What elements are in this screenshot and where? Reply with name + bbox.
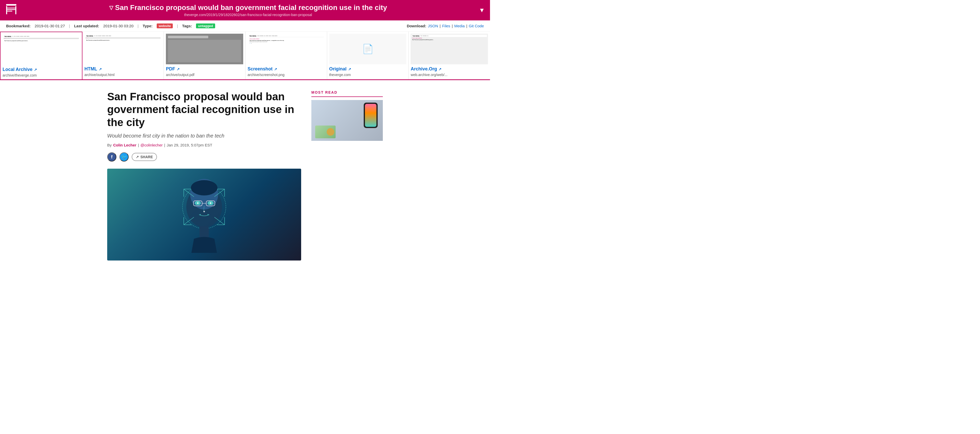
card-thumbnail-screenshot: THE VERGE TECHREVIEWSSCIENTERVIDEOFORUMM… [248, 34, 325, 64]
pdf-link[interactable]: PDF ↗ [166, 66, 243, 72]
article-date: Jan 29, 2019, 5:07pm EST [167, 143, 212, 147]
main-content: San Francisco proposal would ban governm… [92, 80, 398, 271]
download-label: Download: [407, 24, 426, 28]
header-title: ▽ San Francisco proposal would ban gover… [18, 3, 479, 12]
svg-rect-4 [7, 9, 15, 10]
external-link-icon-screenshot: ↗ [274, 67, 277, 71]
author-link[interactable]: Colin Lecher [113, 143, 137, 147]
download-section: Download: JSON | Files | Media | Git Cod… [407, 24, 484, 28]
card-local-archive[interactable]: THE VERGE TΩTECHREVIEWSCIENCEENTERMORE P… [0, 32, 83, 79]
card-original[interactable]: 📄 Original ↗ theverge.com [327, 32, 409, 79]
last-updated-date: 2019-01-30 03:20 [103, 24, 134, 28]
header-bar: ▽ San Francisco proposal would ban gover… [0, 0, 490, 21]
local-archive-path: archive/theverge.com [3, 73, 80, 77]
pdf-label: PDF [166, 66, 175, 72]
triangle-icon: ▽ [109, 5, 113, 11]
file-icon: 📄 [362, 44, 374, 54]
card-pdf[interactable]: PDF ↗ archive/output.pdf [164, 32, 245, 79]
byline-divider-2: | [164, 143, 165, 147]
facebook-share-button[interactable]: f [107, 152, 116, 162]
article-subtitle: Would become first city in the nation to… [107, 133, 301, 139]
external-link-icon-archiveorg: ↗ [438, 67, 442, 71]
original-label: Original [329, 66, 347, 72]
local-archive-label: Local Archive [3, 67, 32, 72]
author-handle-link[interactable]: @colinlecher [140, 143, 162, 147]
header-left [5, 3, 18, 17]
image-overlay [107, 169, 301, 261]
svg-rect-0 [6, 4, 16, 6]
type-label: Type: [143, 24, 153, 28]
pdf-path: archive/output.pdf [166, 73, 243, 77]
archive-org-link[interactable]: Archive.Org ↗ [410, 66, 488, 72]
archive-org-label: Archive.Org [410, 66, 437, 72]
download-json-link[interactable]: JSON [428, 24, 438, 28]
divider-4: | [440, 24, 441, 28]
sidebar: MOST READ [311, 90, 383, 261]
tags-label: Tags: [182, 24, 192, 28]
article-hero-image [107, 169, 301, 261]
tags-badge: untagged [196, 24, 215, 28]
local-archive-link[interactable]: Local Archive ↗ [3, 67, 80, 72]
byline-prefix: By [107, 143, 112, 147]
divider-2: | [138, 24, 138, 28]
divider-3: | [177, 24, 178, 28]
svg-rect-1 [6, 6, 7, 14]
bookmarked-date: 2019-01-30 01:27 [35, 24, 65, 28]
html-link[interactable]: HTML ↗ [84, 66, 162, 72]
meta-bar: Bookmarked: 2019-01-30 01:27 | Last upda… [0, 21, 490, 32]
card-thumbnail-pdf [166, 34, 243, 64]
svg-rect-5 [7, 11, 12, 11]
external-link-icon: ↗ [34, 68, 37, 72]
card-archive-org[interactable]: THE VERGE TECHREVIEWSSCI POLICY & LAW AI… [409, 32, 490, 79]
article-byline: By Colin Lecher | @colinlecher | Jan 29,… [107, 143, 301, 147]
download-media-link[interactable]: Media [454, 24, 465, 28]
share-icon: ↗ [136, 155, 139, 159]
html-path: archive/output.html [84, 73, 162, 77]
screenshot-path: archive/screenshot.png [248, 73, 325, 77]
card-thumbnail-local-archive: THE VERGE TΩTECHREVIEWSCIENCEENTERMORE P… [3, 34, 80, 65]
last-updated-label: Last updated: [74, 24, 99, 28]
svg-rect-3 [7, 8, 15, 8]
twitter-share-button[interactable]: 🐦 [119, 152, 129, 162]
divider-5: | [452, 24, 453, 28]
article-title: San Francisco proposal would ban governm… [107, 90, 301, 129]
most-read-header: MOST READ [311, 90, 383, 97]
screenshot-link[interactable]: Screenshot ↗ [248, 66, 325, 72]
screenshot-label: Screenshot [248, 66, 272, 72]
article-body: San Francisco proposal would ban governm… [107, 90, 301, 261]
header-title-block: ▽ San Francisco proposal would ban gover… [18, 3, 479, 17]
card-thumbnail-archive-org: THE VERGE TECHREVIEWSSCI POLICY & LAW AI… [410, 34, 488, 64]
archive-org-path: web.archive.org/web/... [410, 73, 488, 77]
card-thumbnail-html: THE VERGE TΩTECHREVIEWSCIENCEENTERMORE P… [84, 34, 162, 64]
chevron-down-icon[interactable]: ▼ [479, 6, 485, 14]
social-row: f 🐦 ↗ SHARE [107, 152, 301, 162]
card-thumbnail-original: 📄 [329, 34, 407, 64]
bookmarked-label: Bookmarked: [6, 24, 30, 28]
original-link[interactable]: Original ↗ [329, 66, 407, 72]
external-link-icon-pdf: ↗ [177, 67, 180, 71]
external-link-icon-original: ↗ [348, 67, 351, 71]
svg-rect-2 [15, 6, 16, 14]
share-label: SHARE [140, 155, 153, 159]
card-html[interactable]: THE VERGE TΩTECHREVIEWSCIENCEENTERMORE P… [83, 32, 164, 79]
divider-1: | [69, 24, 70, 28]
download-files-link[interactable]: Files [442, 24, 450, 28]
header-url: theverge.com/2019/1/29/18202602/san-fran… [18, 13, 479, 17]
type-badge: website [157, 24, 173, 28]
download-git-link[interactable]: Git Code [469, 24, 484, 28]
byline-divider: | [138, 143, 139, 147]
archive-logo-icon[interactable] [5, 3, 18, 17]
original-path: theverge.com [329, 73, 407, 77]
most-read-image [311, 100, 383, 141]
divider-6: | [466, 24, 467, 28]
card-screenshot[interactable]: THE VERGE TECHREVIEWSSCIENTERVIDEOFORUMM… [245, 32, 327, 79]
external-link-icon-html: ↗ [99, 67, 102, 71]
html-label: HTML [84, 66, 97, 72]
share-button[interactable]: ↗ SHARE [132, 153, 157, 161]
archive-cards-row: THE VERGE TΩTECHREVIEWSCIENCEENTERMORE P… [0, 32, 490, 80]
